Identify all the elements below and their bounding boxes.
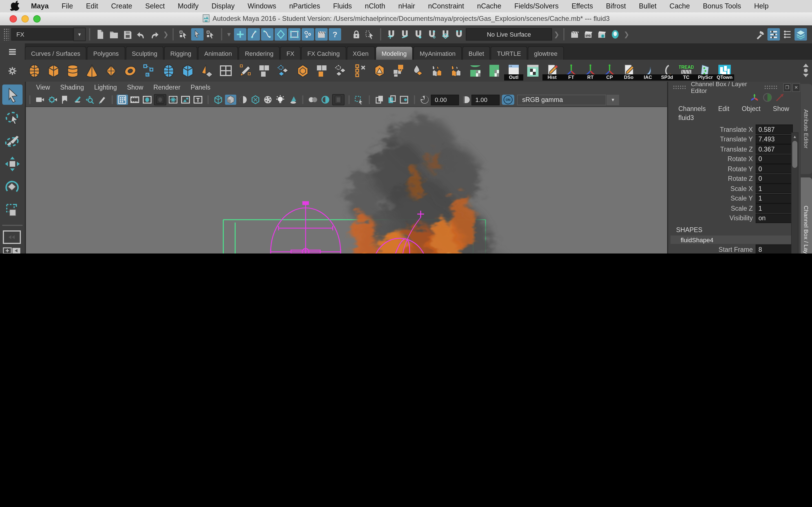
checker-window-icon[interactable] xyxy=(523,61,543,80)
pan-zoom-icon[interactable] xyxy=(84,95,95,105)
tab-attribute-editor[interactable]: Attribute Editor xyxy=(801,84,812,174)
shelf-scroll[interactable] xyxy=(802,62,810,79)
buffer-b-icon[interactable] xyxy=(386,95,398,105)
image-plane-icon[interactable] xyxy=(71,95,83,105)
gamma-dropdown-arrow[interactable]: ▼ xyxy=(606,94,620,106)
channel-value-field[interactable]: 0.587 xyxy=(756,125,793,134)
color-management-toggle[interactable]: ON xyxy=(502,95,514,105)
viewport-select-icon[interactable] xyxy=(354,95,365,105)
buffer-a-icon[interactable] xyxy=(374,95,385,105)
snap-projected-center-icon[interactable] xyxy=(426,28,438,41)
poly-sphere-icon[interactable] xyxy=(159,61,178,80)
wireframe-icon[interactable] xyxy=(213,95,224,105)
menubar-item-edit[interactable]: Edit xyxy=(86,2,98,10)
axis-manipulator-icon[interactable] xyxy=(749,93,760,103)
viewport-menu-renderer[interactable]: Renderer xyxy=(153,84,181,91)
attribute-layers-icon[interactable] xyxy=(795,28,807,41)
curve-hook-icon[interactable]: SP3d xyxy=(658,61,677,80)
menubar-item-ncloth[interactable]: nCloth xyxy=(365,2,385,10)
lighting-icon[interactable] xyxy=(274,95,286,105)
symmetry-icon[interactable] xyxy=(274,28,287,41)
menubar-item-bullet[interactable]: Bullet xyxy=(639,2,657,10)
highlight-select-icon[interactable] xyxy=(364,28,376,41)
film-gate-icon[interactable] xyxy=(129,95,140,105)
field-chart-icon[interactable] xyxy=(167,95,179,105)
menubar-item-maya[interactable]: Maya xyxy=(31,2,49,10)
contrast-icon[interactable] xyxy=(460,95,471,105)
resolution-gate-icon[interactable] xyxy=(142,95,153,105)
float-panel-button[interactable]: ❐ xyxy=(783,83,791,92)
viewport-menu-panels[interactable]: Panels xyxy=(191,84,210,91)
shelf-tab-modeling[interactable]: Modeling xyxy=(375,46,413,60)
quad-draw-icon[interactable] xyxy=(255,61,274,80)
channel-menu-edit[interactable]: Edit xyxy=(718,105,729,112)
viewport-3d[interactable]: persp1 xyxy=(26,107,667,253)
open-scene-icon[interactable] xyxy=(108,28,120,41)
gamma-dropdown[interactable]: sRGB gamma xyxy=(517,94,606,105)
history-icon[interactable]: Hist xyxy=(543,61,562,80)
isolate-select-icon[interactable] xyxy=(332,94,345,105)
menubar-item-nconstraint[interactable]: nConstraint xyxy=(428,2,464,10)
menubar-item-effects[interactable]: Effects xyxy=(571,2,593,10)
channel-value-field[interactable]: on xyxy=(756,214,793,223)
grid-icon[interactable] xyxy=(117,95,128,105)
target-weld-icon[interactable] xyxy=(427,61,447,80)
shelf-tab-sculpting[interactable]: Sculpting xyxy=(125,46,163,60)
channel-value-field[interactable]: 1 xyxy=(756,184,793,193)
default-material-icon[interactable] xyxy=(307,95,319,105)
snap-move-icon[interactable] xyxy=(234,28,246,41)
qtown-icon[interactable]: QTown xyxy=(715,61,734,80)
camera-attributes-icon[interactable] xyxy=(47,95,58,105)
snap-rotate-icon[interactable] xyxy=(248,28,260,41)
select-tool[interactable] xyxy=(2,84,22,105)
menubar-item-file[interactable]: File xyxy=(62,2,73,10)
tool-settings-icon[interactable] xyxy=(781,28,794,41)
shelf-tab-fxcaching[interactable]: FX Caching xyxy=(301,46,346,60)
shelf-tab-glowtree[interactable]: glowtree xyxy=(528,46,564,60)
horn-icon[interactable]: IAC xyxy=(638,61,658,80)
snap-point-icon[interactable] xyxy=(412,28,424,41)
select-component-icon[interactable] xyxy=(205,28,217,41)
shelf-tab-myanimation[interactable]: MyAnimation xyxy=(414,46,462,60)
scale-tool[interactable] xyxy=(2,200,22,220)
render-frame-icon[interactable] xyxy=(568,28,581,41)
shelf-tab-bullet[interactable]: Bullet xyxy=(462,46,490,60)
speed-slow-icon[interactable] xyxy=(763,93,772,103)
nurbs-cube-icon[interactable] xyxy=(44,61,63,80)
shelf-tab-rendering[interactable]: Rendering xyxy=(239,46,280,60)
snap-curve2-icon[interactable] xyxy=(261,28,273,41)
select-hierarchy-icon[interactable] xyxy=(177,28,190,41)
rotate-tool[interactable] xyxy=(2,177,22,197)
smooth-icon[interactable] xyxy=(485,61,504,80)
soft-select-icon[interactable] xyxy=(302,28,314,41)
channel-value-field[interactable]: 7.493 xyxy=(756,135,793,144)
panel-drag-dots[interactable] xyxy=(764,85,777,90)
lasso-tool[interactable] xyxy=(2,108,22,128)
menubar-item-bonustools[interactable]: Bonus Tools xyxy=(703,2,741,10)
multi-cut-icon[interactable] xyxy=(408,61,427,80)
hyperbolic-icon[interactable] xyxy=(775,93,784,103)
separate-icon[interactable] xyxy=(351,61,370,80)
menubar-item-nparticles[interactable]: nParticles xyxy=(289,2,320,10)
menubar-item-modify[interactable]: Modify xyxy=(178,2,199,10)
shaded-icon[interactable] xyxy=(225,95,236,105)
render-settings-icon[interactable] xyxy=(596,28,608,41)
menubar-item-create[interactable]: Create xyxy=(111,2,132,10)
outliner-icon[interactable]: Outl xyxy=(504,61,523,80)
channel-value-field[interactable]: 0.367 xyxy=(756,145,793,154)
menubar-item-display[interactable]: Display xyxy=(211,2,235,10)
channel-menu-object[interactable]: Object xyxy=(742,105,761,112)
sculpt-icon[interactable] xyxy=(466,61,485,80)
menubar-item-cache[interactable]: Cache xyxy=(670,2,690,10)
channel-menu-channels[interactable]: Channels xyxy=(678,105,706,112)
shelf-tab-rigging[interactable]: Rigging xyxy=(164,46,198,60)
bridge-icon[interactable] xyxy=(447,61,466,80)
menubar-item-windows[interactable]: Windows xyxy=(248,2,276,10)
paint-select-tool[interactable] xyxy=(2,131,22,151)
shape-name-row[interactable]: fluidShape4 xyxy=(670,235,796,244)
ipr-render-icon[interactable]: IPR xyxy=(582,28,594,41)
menubar-item-select[interactable]: Select xyxy=(145,2,165,10)
nurbs-torus-icon[interactable] xyxy=(121,61,140,80)
pencil-curve-icon[interactable] xyxy=(236,61,255,80)
tab-channel-box-layer-editor[interactable]: Channel Box / Layer Editor xyxy=(801,177,812,253)
